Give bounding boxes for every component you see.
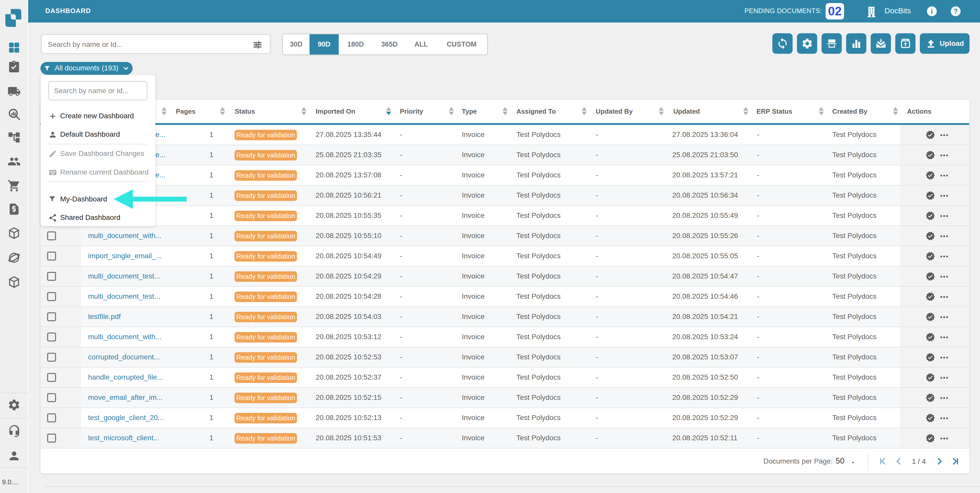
svg-text:?: ? [954, 7, 958, 15]
